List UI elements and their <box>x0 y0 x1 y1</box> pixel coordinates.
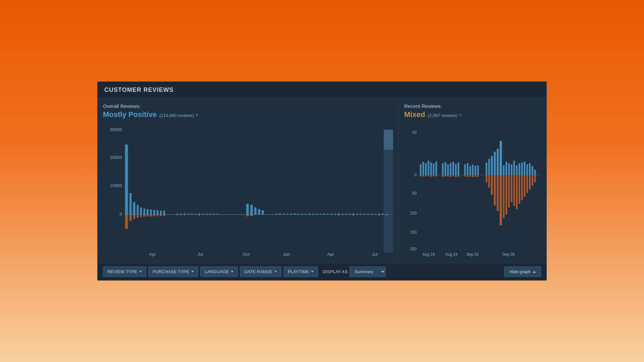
svg-rect-177 <box>532 175 533 186</box>
purchase-type-filter[interactable]: PURCHASE TYPE <box>148 266 199 277</box>
svg-rect-170 <box>513 175 515 205</box>
svg-rect-112 <box>452 162 454 175</box>
svg-rect-121 <box>486 163 487 175</box>
svg-rect-69 <box>140 215 142 217</box>
playtime-filter[interactable]: PLAYTIME <box>283 266 318 277</box>
svg-text:30000: 30000 <box>110 127 122 132</box>
recent-help-icon[interactable]: ? <box>459 113 462 118</box>
chart-scroll-handle[interactable] <box>384 130 393 253</box>
svg-rect-171 <box>516 175 518 209</box>
review-type-label: REVIEW TYPE <box>107 269 137 274</box>
overall-rating: Mostly Positive <box>103 110 157 119</box>
svg-rect-115 <box>464 164 466 175</box>
review-type-filter[interactable]: REVIEW TYPE <box>103 266 146 277</box>
svg-rect-124 <box>494 152 496 175</box>
svg-rect-76 <box>163 215 165 216</box>
svg-rect-35 <box>279 213 281 215</box>
svg-rect-163 <box>494 175 496 205</box>
svg-rect-101 <box>420 164 422 175</box>
svg-rect-147 <box>442 175 444 177</box>
svg-rect-135 <box>524 162 526 175</box>
svg-rect-169 <box>511 175 513 202</box>
svg-rect-105 <box>430 163 432 175</box>
svg-rect-133 <box>519 163 520 175</box>
svg-rect-13 <box>153 210 155 215</box>
svg-rect-43 <box>309 213 310 215</box>
svg-rect-134 <box>521 163 523 175</box>
svg-rect-166 <box>503 175 504 218</box>
svg-rect-47 <box>323 213 325 215</box>
svg-text:Aug 16: Aug 16 <box>422 252 435 257</box>
svg-rect-23 <box>199 213 200 215</box>
overall-help-icon[interactable]: ? <box>196 113 198 118</box>
svg-rect-81 <box>246 215 249 216</box>
svg-rect-70 <box>143 215 145 217</box>
svg-rect-155 <box>467 175 469 177</box>
svg-rect-164 <box>497 175 499 211</box>
svg-rect-140 <box>420 175 422 176</box>
svg-rect-14 <box>157 210 158 215</box>
svg-rect-138 <box>532 166 533 175</box>
svg-rect-176 <box>529 175 531 189</box>
svg-rect-141 <box>422 175 424 176</box>
svg-rect-8 <box>137 205 139 215</box>
svg-rect-5 <box>125 144 128 215</box>
svg-text:Aug 24: Aug 24 <box>445 252 458 257</box>
svg-rect-66 <box>129 215 132 221</box>
svg-rect-128 <box>505 162 507 175</box>
svg-rect-7 <box>133 202 136 215</box>
recent-chart-area: 50 0 50 100 150 200 <box>404 123 541 259</box>
svg-rect-125 <box>497 149 499 175</box>
playtime-arrow-icon <box>311 271 314 273</box>
svg-rect-144 <box>430 175 432 177</box>
playtime-label: PLAYTIME <box>288 269 309 274</box>
date-range-arrow-icon <box>274 271 277 273</box>
svg-rect-51 <box>338 213 339 215</box>
display-as-select[interactable]: Summary Split Cumulative <box>350 266 386 277</box>
svg-rect-157 <box>472 175 474 177</box>
svg-rect-71 <box>147 215 148 216</box>
svg-rect-165 <box>500 175 502 225</box>
panel-header: CUSTOMER REVIEWS <box>98 82 546 99</box>
svg-rect-82 <box>250 215 253 216</box>
svg-rect-75 <box>160 215 162 216</box>
svg-rect-148 <box>444 175 446 176</box>
svg-rect-106 <box>433 164 434 175</box>
svg-rect-130 <box>511 164 513 175</box>
svg-rect-11 <box>147 209 148 215</box>
svg-rect-146 <box>435 175 437 176</box>
svg-rect-136 <box>526 164 528 175</box>
svg-rect-108 <box>442 163 444 175</box>
svg-rect-74 <box>157 215 158 216</box>
overall-section: Overall Reviews: Mostly Positive (113,68… <box>98 99 399 263</box>
svg-text:50: 50 <box>412 130 417 135</box>
svg-rect-142 <box>425 175 427 176</box>
svg-rect-123 <box>491 156 493 175</box>
hide-graph-button[interactable]: Hide graph <box>504 266 541 277</box>
display-as-label: DISPLAY AS <box>323 269 347 274</box>
language-filter[interactable]: LANGUAGE <box>200 266 238 277</box>
svg-rect-55 <box>353 213 354 215</box>
svg-rect-29 <box>246 204 249 215</box>
filter-bar: REVIEW TYPE PURCHASE TYPE LANGUAGE DATE … <box>98 263 546 280</box>
svg-rect-127 <box>503 165 504 175</box>
svg-rect-109 <box>444 162 446 175</box>
svg-rect-120 <box>477 165 479 175</box>
svg-text:Jul: Jul <box>372 252 378 257</box>
chart-scroll-thumb[interactable] <box>384 130 393 150</box>
recent-rating-row: Mixed (2,097 reviews) ? <box>404 110 541 119</box>
svg-rect-151 <box>452 175 454 176</box>
svg-rect-117 <box>469 166 471 175</box>
recent-rating: Mixed <box>404 110 425 119</box>
svg-text:150: 150 <box>410 230 417 235</box>
date-range-label: DATE RANGE <box>244 269 272 274</box>
svg-rect-156 <box>469 175 471 177</box>
svg-rect-107 <box>435 162 437 175</box>
svg-rect-139 <box>534 170 536 175</box>
chevron-up-icon <box>533 271 536 273</box>
svg-rect-103 <box>425 163 427 175</box>
svg-rect-167 <box>505 175 507 215</box>
date-range-filter[interactable]: DATE RANGE <box>240 266 281 277</box>
svg-rect-10 <box>143 208 145 215</box>
svg-rect-173 <box>521 175 523 200</box>
